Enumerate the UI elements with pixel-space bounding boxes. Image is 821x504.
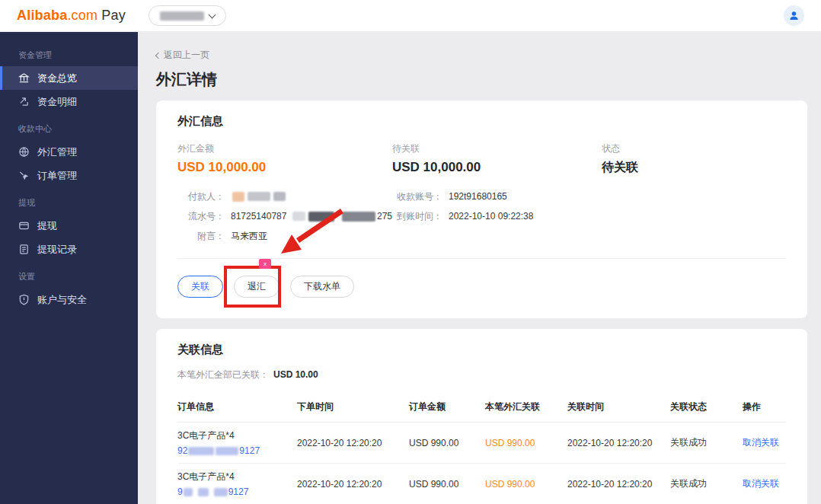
sidebar-item-label: 提现记录 bbox=[37, 243, 77, 257]
refund-button-annotated: 退汇 x bbox=[234, 276, 280, 298]
annotation-badge: x bbox=[259, 259, 271, 269]
payer-label: 付款人： bbox=[177, 190, 225, 203]
order-amount-cell: USD 990.00 bbox=[409, 479, 485, 490]
sidebar-item-funds-detail[interactable]: 资金明细 bbox=[0, 90, 138, 113]
top-header: Alibaba.comPay bbox=[0, 0, 821, 32]
memo-row: 附言： 马来西亚 bbox=[177, 226, 392, 246]
table-row: 3C电子产品*4 92 9127 2022-10-20 12:20:20 USD… bbox=[177, 423, 786, 464]
sidebar-item-label: 资金总览 bbox=[37, 72, 77, 85]
card-divider bbox=[177, 258, 786, 259]
arrival-time-label: 到账时间： bbox=[392, 210, 442, 223]
order-number-prefix: 9 bbox=[177, 486, 183, 497]
fx-details-left: 付款人： 流水号： 81725140787 275 附言： bbox=[177, 187, 392, 246]
table-header-row: 订单信息 下单时间 订单金额 本笔外汇关联 关联时间 关联状态 操作 bbox=[177, 394, 786, 423]
product-name: 3C电子产品*4 bbox=[177, 429, 297, 442]
col-assoc-time: 关联时间 bbox=[567, 400, 670, 413]
order-number-suffix: 9127 bbox=[239, 445, 260, 456]
cancel-assoc-link[interactable]: 取消关联 bbox=[743, 436, 786, 449]
order-number-redacted bbox=[188, 447, 214, 455]
arrival-time-value: 2022-10-10 09:22:38 bbox=[449, 211, 533, 222]
account-switcher-dropdown[interactable] bbox=[149, 5, 226, 26]
sidebar-section-receiving: 收款中心 bbox=[0, 113, 138, 140]
user-avatar[interactable] bbox=[784, 5, 804, 26]
pending-assoc-value: USD 10,000.00 bbox=[392, 160, 602, 175]
fx-details: 付款人： 流水号： 81725140787 275 附言： bbox=[177, 187, 786, 246]
col-action: 操作 bbox=[743, 400, 786, 413]
product-name: 3C电子产品*4 bbox=[177, 471, 297, 483]
memo-value: 马来西亚 bbox=[231, 230, 267, 243]
back-link[interactable]: 返回上一页 bbox=[156, 49, 209, 62]
download-receipt-button[interactable]: 下载水单 bbox=[290, 276, 354, 298]
assoc-status-cell: 关联成功 bbox=[670, 436, 743, 449]
sidebar-section-funds: 资金管理 bbox=[0, 40, 138, 66]
col-fx-assoc: 本笔外汇关联 bbox=[485, 400, 567, 413]
arrival-time-row: 到账时间： 2022-10-10 09:22:38 bbox=[392, 206, 786, 226]
fx-summary-grid: 外汇金额 USD 10,000.00 待关联 USD 10,000.00 状态 … bbox=[177, 142, 786, 176]
status-block: 状态 待关联 bbox=[602, 142, 786, 176]
chevron-down-icon bbox=[208, 11, 216, 18]
payer-row: 付款人： bbox=[177, 187, 392, 206]
assoc-status-cell: 关联成功 bbox=[670, 477, 743, 490]
assoc-time-cell: 2022-10-20 12:20:20 bbox=[567, 438, 670, 448]
sidebar-item-account-security[interactable]: 账户与安全 bbox=[0, 288, 138, 311]
order-info-cell: 3C电子产品*4 9 9127 bbox=[177, 471, 297, 497]
serial-row: 流水号： 81725140787 275 bbox=[177, 206, 392, 226]
order-number-link[interactable]: 92 9127 bbox=[177, 445, 297, 456]
back-link-label: 返回上一页 bbox=[164, 49, 209, 62]
order-number-redacted bbox=[216, 447, 238, 455]
globe-icon bbox=[18, 146, 30, 158]
serial-redacted bbox=[342, 212, 375, 222]
sidebar-item-withdraw[interactable]: 提现 bbox=[0, 214, 138, 238]
payer-redacted bbox=[232, 192, 244, 202]
status-value: 待关联 bbox=[602, 160, 786, 176]
logo-alibaba: Alibaba bbox=[17, 8, 67, 23]
receive-account-value: 192t91680165 bbox=[449, 191, 507, 202]
sidebar-item-label: 提现 bbox=[37, 219, 57, 233]
refund-button[interactable]: 退汇 bbox=[234, 276, 280, 298]
serial-label: 流水号： bbox=[177, 210, 225, 223]
table-row: 3C电子产品*4 9 9127 2022-10-20 12:20:20 USD … bbox=[177, 464, 786, 504]
sidebar-section-withdraw: 提现 bbox=[0, 187, 138, 214]
cancel-assoc-link[interactable]: 取消关联 bbox=[743, 477, 786, 490]
order-number-redacted bbox=[214, 488, 228, 496]
withdraw-icon bbox=[18, 220, 30, 231]
sidebar-item-label: 资金明细 bbox=[37, 95, 77, 109]
serial-prefix: 81725140787 bbox=[231, 211, 286, 222]
payer-redacted bbox=[248, 192, 270, 201]
order-number-link[interactable]: 9 9127 bbox=[177, 486, 297, 497]
sidebar-item-fx-management[interactable]: 外汇管理 bbox=[0, 140, 138, 164]
fx-info-card: 外汇信息 外汇金额 USD 10,000.00 待关联 USD 10,000.0… bbox=[156, 100, 807, 318]
pending-assoc-label: 待关联 bbox=[392, 142, 602, 155]
assoc-card-title: 关联信息 bbox=[177, 343, 786, 357]
receive-account-label: 收款账号： bbox=[392, 190, 442, 203]
user-icon bbox=[789, 11, 799, 21]
sidebar-item-label: 外汇管理 bbox=[37, 145, 77, 159]
receive-account-row: 收款账号： 192t91680165 bbox=[392, 187, 786, 206]
logo-com: .com bbox=[67, 8, 97, 23]
pending-assoc-block: 待关联 USD 10,000.00 bbox=[392, 142, 602, 176]
serial-redacted bbox=[308, 212, 335, 222]
sidebar-item-funds-overview[interactable]: 资金总览 bbox=[0, 66, 138, 90]
order-number-prefix: 92 bbox=[177, 445, 187, 456]
serial-suffix: 275 bbox=[377, 211, 392, 222]
order-time-cell: 2022-10-20 12:20:20 bbox=[297, 479, 409, 490]
record-icon bbox=[18, 244, 30, 255]
alibaba-pay-logo: Alibaba.comPay bbox=[17, 8, 126, 24]
security-icon bbox=[18, 294, 30, 305]
assoc-summary-value: USD 10.00 bbox=[273, 369, 318, 380]
sidebar-item-order-management[interactable]: 订单管理 bbox=[0, 164, 138, 187]
order-number-redacted bbox=[198, 488, 209, 496]
sidebar-item-withdraw-records[interactable]: 提现记录 bbox=[0, 238, 138, 261]
col-order-info: 订单信息 bbox=[177, 400, 297, 413]
assoc-time-cell: 2022-10-20 12:20:20 bbox=[567, 479, 670, 490]
associate-button[interactable]: 关联 bbox=[177, 276, 223, 298]
funds-detail-icon bbox=[18, 96, 30, 107]
order-number-redacted bbox=[184, 488, 193, 496]
chevron-left-icon bbox=[155, 52, 161, 58]
col-assoc-status: 关联状态 bbox=[670, 400, 743, 413]
memo-label: 附言： bbox=[177, 230, 225, 243]
order-amount-cell: USD 990.00 bbox=[409, 438, 485, 448]
assoc-summary-label: 本笔外汇全部已关联： bbox=[177, 369, 269, 380]
fx-card-title: 外汇信息 bbox=[177, 114, 786, 129]
fx-amount-value: USD 10,000.00 bbox=[177, 160, 392, 175]
